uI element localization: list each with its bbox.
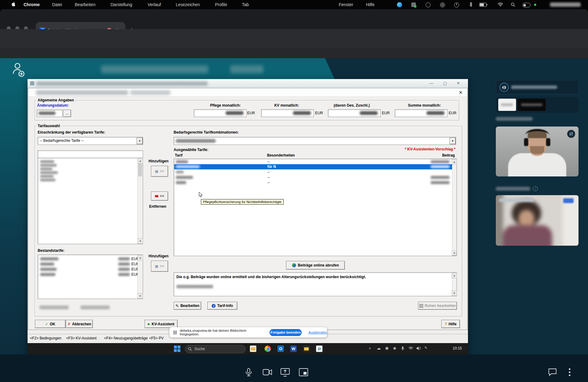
- bluetooth-icon[interactable]: [469, 2, 473, 7]
- available-list-scrollbar[interactable]: ▲ ▼: [138, 158, 143, 243]
- apple-logo-icon[interactable]: [12, 2, 16, 7]
- screen-share-button[interactable]: [281, 368, 290, 377]
- share-thumbnail-light[interactable]: [498, 99, 516, 111]
- spotlight-search-icon[interactable]: [511, 2, 515, 7]
- tarif-name-blurred: [176, 176, 193, 179]
- share-thumbnail-dark[interactable]: [518, 99, 546, 111]
- clock-icon[interactable]: [454, 2, 459, 7]
- tray-speaker-icon[interactable]: [417, 346, 421, 350]
- bestand-list-scrollbar[interactable]: ▲ ▼: [138, 255, 143, 298]
- tarifkombination-combobox[interactable]: ▼: [174, 137, 456, 145]
- hilfe-button[interactable]: ? Hilfe: [441, 320, 460, 328]
- more-options-button[interactable]: [568, 368, 578, 377]
- menu-hilfe[interactable]: Hilfe: [366, 2, 375, 7]
- taskbar-app-folder[interactable]: [303, 346, 310, 352]
- result-textarea[interactable]: Die o.g. Beiträge wurden online ermittel…: [174, 272, 457, 296]
- taskbar-app-explorer[interactable]: [250, 346, 256, 352]
- menu-darstellung[interactable]: Darstellung: [111, 2, 132, 7]
- remote-window-titlebar[interactable]: — ▢ ✕: [28, 79, 468, 88]
- menu-profile[interactable]: Profile: [215, 2, 227, 7]
- layout-button[interactable]: [299, 368, 308, 377]
- hide-notification-link[interactable]: Ausblenden: [308, 331, 327, 334]
- browser-status-icon[interactable]: [397, 2, 402, 7]
- camera-button[interactable]: [263, 369, 272, 378]
- dialog-close-icon[interactable]: ✕: [459, 90, 463, 95]
- self-video-tile[interactable]: [496, 127, 579, 176]
- drag-handle-icon[interactable]: [174, 331, 175, 335]
- remove-tarif-button[interactable]: <<: [151, 191, 168, 201]
- pflege-monatlich-field[interactable]: [194, 109, 247, 117]
- microphone-button[interactable]: [244, 368, 254, 377]
- aenderungsdatum-field[interactable]: [37, 110, 62, 117]
- ruhen-bearbeiten-button[interactable]: Ruhen bearbeiten: [418, 302, 457, 310]
- table-scrollbar[interactable]: ▲ ▼: [452, 159, 457, 255]
- add-bestand-button[interactable]: ▦ >>: [151, 261, 168, 272]
- menu-lesezeichen[interactable]: Lesezeichen: [176, 2, 200, 7]
- available-tarife-list[interactable]: ▲ ▼: [38, 158, 143, 244]
- remote-minimize-icon[interactable]: —: [429, 81, 433, 85]
- app-status-icon[interactable]: [411, 2, 416, 7]
- dialog-titlebar[interactable]: ✕: [28, 88, 467, 97]
- filter-dropdown-arrow-icon[interactable]: ▼: [137, 138, 143, 144]
- taskbar-clock[interactable]: 10:15: [453, 346, 462, 350]
- question-icon: ?: [445, 322, 447, 326]
- video-settings-button[interactable]: [567, 130, 575, 138]
- ok-button[interactable]: ✓ OK: [35, 320, 66, 328]
- chat-button[interactable]: [548, 368, 557, 377]
- tray-cloud-icon[interactable]: ☁: [377, 346, 381, 350]
- windows-start-button[interactable]: [174, 346, 180, 352]
- airdrop-icon[interactable]: [440, 2, 445, 7]
- taskbar-app-outlook[interactable]: O: [277, 346, 284, 352]
- taskbar-app-debeka[interactable]: D: [316, 346, 322, 352]
- tarif-filter-combobox[interactable]: -- Bedarfsgerechte Tarife -- ▼: [38, 137, 143, 145]
- tray-wifi-icon[interactable]: [409, 346, 413, 350]
- taskbar-app-chrome[interactable]: [265, 346, 271, 352]
- menu-tab[interactable]: Tab: [242, 2, 249, 7]
- wifi-icon[interactable]: [498, 2, 503, 6]
- battery-icon[interactable]: [479, 3, 487, 7]
- davon-zuschl-field[interactable]: [328, 109, 381, 117]
- participant-info-icon[interactable]: i: [533, 186, 538, 191]
- add-participant-icon[interactable]: [12, 62, 24, 77]
- selected-row[interactable]: für N: [174, 164, 452, 169]
- tarif-info-button[interactable]: i Tarif-Info: [207, 302, 237, 310]
- menu-chrome[interactable]: Chrome: [24, 2, 40, 7]
- x-icon: ✗: [67, 322, 70, 326]
- drag-handle-icon[interactable]: [175, 331, 176, 335]
- bearbeiten-button[interactable]: ✎ Bearbeiten: [174, 302, 201, 310]
- tarif-search-input[interactable]: [38, 150, 143, 158]
- abbrechen-button[interactable]: ✗ Abbrechen: [66, 320, 93, 328]
- share-preview-tile[interactable]: [496, 97, 579, 113]
- tray-pen-icon[interactable]: ✎: [424, 346, 427, 350]
- taskbar-app-word[interactable]: W: [290, 346, 297, 352]
- menu-verlauf[interactable]: Verlauf: [148, 2, 161, 7]
- screen-share-view[interactable]: — ▢ ✕ ✕ Allgemeine Angaben Änderungsdatu…: [28, 79, 468, 354]
- selected-tarife-table[interactable]: -- für N -- -- -- ▲ ▼: [174, 159, 457, 256]
- control-center-icon[interactable]: [522, 3, 530, 7]
- menu-fenster[interactable]: Fenster: [339, 2, 353, 7]
- kv-monatlich-field[interactable]: [261, 109, 314, 117]
- taskbar-search-box[interactable]: Suche: [185, 345, 246, 353]
- tray-display-icon[interactable]: ▣: [385, 346, 388, 350]
- remote-video-tile[interactable]: [496, 195, 579, 246]
- kombination-dropdown-arrow-icon[interactable]: ▼: [450, 138, 456, 144]
- tray-chevron-icon[interactable]: ∧: [369, 346, 371, 350]
- remote-close-icon[interactable]: ✕: [457, 81, 460, 85]
- tray-status-icon[interactable]: ◉: [393, 346, 396, 350]
- tray-mic-icon[interactable]: [401, 346, 404, 351]
- emoji-menu-icon[interactable]: [426, 2, 431, 7]
- date-picker-button[interactable]: ...: [63, 110, 71, 117]
- checkbox-option-blurred[interactable]: [40, 305, 69, 309]
- result-scrollbar[interactable]: ▲ ▼: [452, 273, 457, 295]
- summe-monatlich-field[interactable]: [395, 109, 447, 117]
- menu-datei[interactable]: Datei: [52, 2, 62, 7]
- beitraege-abrufen-button[interactable]: Beiträge online abrufen: [286, 261, 345, 270]
- participant-audio-tile[interactable]: [496, 80, 579, 94]
- add-tarif-button[interactable]: ▦ >>: [151, 166, 168, 177]
- bestandstarife-list[interactable]: EUR EUR EUR EUR ▲ ▼: [38, 255, 143, 299]
- remote-maximize-icon[interactable]: ▢: [443, 81, 447, 85]
- menu-bearbeiten[interactable]: Bearbeiten: [75, 2, 96, 7]
- kv-assistent-button[interactable]: ▶ KV-Assistent: [145, 320, 178, 328]
- stop-sharing-button[interactable]: Freigabe beenden: [270, 329, 302, 336]
- checkbox-option-blurred[interactable]: [81, 305, 110, 309]
